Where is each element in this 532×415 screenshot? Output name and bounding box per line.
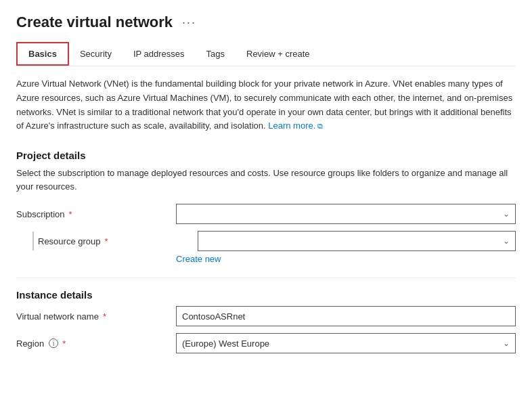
section-divider (16, 278, 516, 278)
region-info-icon: i (49, 338, 58, 348)
tab-tags[interactable]: Tags (196, 42, 236, 66)
page-title: Create virtual network (16, 14, 173, 31)
instance-details-section: Instance details Virtual network name * … (16, 289, 516, 353)
tab-review-create[interactable]: Review + create (236, 42, 321, 66)
resource-group-required: * (105, 236, 108, 246)
description-text: Azure Virtual Network (VNet) is the fund… (16, 77, 516, 133)
external-link-icon: ⧉ (317, 121, 323, 133)
resource-group-label: Resource group * (38, 236, 187, 246)
tab-basics[interactable]: Basics (16, 42, 69, 66)
tab-ip-addresses[interactable]: IP addresses (123, 42, 196, 66)
region-dropdown[interactable]: (Europe) West Europe ⌄ (176, 333, 516, 353)
resource-group-dropdown[interactable]: ⌄ (198, 231, 516, 251)
instance-details-title: Instance details (16, 289, 516, 301)
tab-security[interactable]: Security (69, 42, 123, 66)
subscription-row: Subscription * ⌄ (16, 204, 516, 224)
page-header: Create virtual network ··· (16, 14, 516, 31)
vnet-name-label: Virtual network name * (16, 311, 165, 322)
subscription-chevron-icon: ⌄ (503, 209, 510, 219)
subscription-label: Subscription * (16, 209, 165, 219)
learn-more-link[interactable]: Learn more. ⧉ (268, 119, 323, 133)
indent-decoration (32, 232, 34, 250)
project-details-desc: Select the subscription to manage deploy… (16, 167, 516, 193)
vnet-name-input[interactable] (176, 306, 516, 326)
region-required: * (62, 338, 66, 349)
subscription-dropdown[interactable]: ⌄ (176, 204, 516, 224)
resource-group-row: Resource group * ⌄ (16, 231, 516, 251)
region-label: Region i * (16, 338, 165, 349)
resource-group-chevron-icon: ⌄ (503, 236, 510, 246)
region-row: Region i * (Europe) West Europe ⌄ (16, 333, 516, 353)
region-value: (Europe) West Europe (182, 338, 269, 349)
vnet-name-row: Virtual network name * (16, 306, 516, 326)
region-chevron-icon: ⌄ (503, 338, 510, 348)
ellipsis-menu-button[interactable]: ··· (179, 14, 199, 31)
create-new-link[interactable]: Create new (176, 254, 516, 264)
tab-bar: Basics Security IP addresses Tags Review… (16, 42, 516, 66)
vnet-name-required: * (103, 311, 106, 322)
project-details-title: Project details (16, 150, 516, 161)
subscription-required: * (69, 209, 72, 219)
project-details-section: Project details Select the subscription … (16, 150, 516, 264)
